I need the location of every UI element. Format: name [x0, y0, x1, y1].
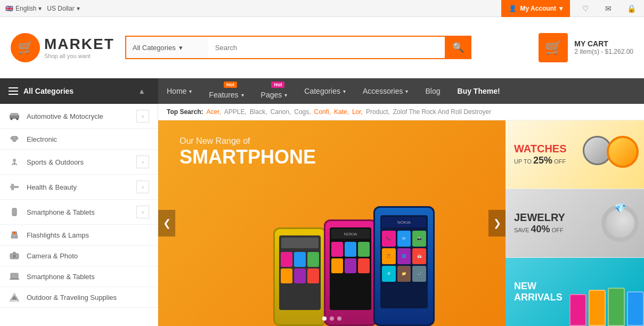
- language-label: English: [15, 5, 36, 12]
- automotive-icon: [9, 112, 20, 120]
- header: 🛒 MARKET Shop all you want All Categorie…: [0, 17, 644, 78]
- search-icon: 🔍: [452, 42, 464, 53]
- wishlist-icon[interactable]: ♡: [578, 1, 593, 16]
- svg-rect-5: [13, 141, 16, 142]
- jewelry-title: JEWELRY: [514, 211, 565, 224]
- slider-dot-2[interactable]: [330, 316, 334, 321]
- arrivals-phones: [569, 288, 644, 326]
- sidebar-item-outdoor[interactable]: Outdoor & Traveling Supplies: [0, 287, 158, 308]
- my-account-button[interactable]: 👤 My Account ▾: [501, 0, 570, 17]
- search-tag-cogs[interactable]: Cogs,: [294, 108, 311, 116]
- sidebar-item-automotive[interactable]: Automotive & Motocrycle ›: [0, 104, 158, 129]
- sidebar-item-health[interactable]: Health & Beauty ›: [0, 175, 158, 200]
- arrivals-subtitle: ARRIVALS: [514, 292, 563, 303]
- watches-subtitle: UP TO 25% OFF: [514, 155, 567, 166]
- search-button[interactable]: 🔍: [445, 36, 471, 59]
- all-categories-nav-button[interactable]: All Categories ▲: [0, 78, 158, 104]
- sidebar-item-electronic[interactable]: Electronic: [0, 129, 158, 150]
- nav-item-categories[interactable]: Categories ▾: [296, 78, 354, 104]
- sidebar-item-sports[interactable]: Sports & Outdoors ›: [0, 150, 158, 175]
- lock-icon[interactable]: 🔒: [624, 1, 639, 16]
- top-search-bar: Top Search: Acer, APPLE, Black, Canon, C…: [158, 104, 644, 120]
- search-tag-acer[interactable]: Acer,: [206, 108, 221, 116]
- sidebar-smartphones-label: Smartphone & Tablets: [27, 208, 130, 216]
- category-dropdown[interactable]: All Categories ▾: [125, 36, 208, 59]
- main-content: Top Search: Acer, APPLE, Black, Canon, C…: [158, 104, 644, 326]
- chevron-down-icon: ▾: [77, 5, 80, 12]
- search-tag-apple[interactable]: APPLE,: [224, 108, 247, 116]
- electronic-icon: [9, 135, 20, 143]
- nav-item-features[interactable]: Hot Features ▾: [200, 78, 252, 104]
- svg-rect-4: [12, 136, 17, 140]
- sidebar: Automotive & Motocrycle › Electronic Spo…: [0, 104, 158, 326]
- language-selector[interactable]: 🇬🇧 English ▾: [5, 5, 42, 12]
- phone-pink: NOKIA: [324, 219, 377, 326]
- cart-title: MY CART: [574, 39, 633, 48]
- sidebar-outdoor-label: Outdoor & Traveling Supplies: [27, 294, 149, 301]
- sidebar-item-smartphones[interactable]: Smartphone & Tablets ›: [0, 200, 158, 225]
- nav-item-buy-theme[interactable]: Buy Theme!: [449, 78, 509, 104]
- slider-prev-button[interactable]: ❮: [158, 210, 175, 237]
- phone-blue-screen: NOKIA 📞 ✉ 📷 🎵 🌐 📅 ⚙ 📁 🔊: [380, 215, 428, 308]
- side-banner-watches[interactable]: WATCHES UP TO 25% OFF: [506, 120, 644, 189]
- hero-slider: Our New Range of SMARTPHONE: [158, 120, 506, 326]
- search-tag-zolof[interactable]: Zolof The Rock And Roll Destroyer: [393, 108, 492, 116]
- search-tag-lor[interactable]: Lor,: [352, 108, 363, 116]
- sidebar-arrow-smartphones: ›: [136, 206, 149, 218]
- nav-item-blog[interactable]: Blog: [417, 78, 449, 104]
- messages-icon[interactable]: ✉: [601, 1, 616, 16]
- slider-dots: [322, 316, 341, 321]
- search-tag-canon[interactable]: Canon,: [271, 108, 291, 116]
- sidebar-item-laptop[interactable]: Smartphone & Tablets: [0, 266, 158, 287]
- cart-details: 2 item(s) - $1,262.00: [574, 48, 633, 55]
- sidebar-arrow-sports: ›: [136, 156, 149, 168]
- search-tag-black[interactable]: Black,: [250, 108, 267, 116]
- nav-pages-label: Pages: [261, 91, 282, 99]
- chevron-down-icon: ▾: [343, 88, 346, 94]
- flashlight-icon: [9, 231, 20, 239]
- laptop-icon: [9, 272, 20, 281]
- nav-blog-label: Blog: [425, 87, 440, 95]
- chevron-down-icon: ▾: [179, 44, 183, 52]
- user-icon: 👤: [509, 5, 517, 12]
- svg-point-3: [17, 118, 19, 120]
- arrivals-phone-3: [608, 288, 625, 326]
- arrivals-phone-4: [627, 291, 644, 326]
- logo-name: MARKET: [44, 36, 115, 53]
- phone-yellow: [273, 227, 327, 326]
- slider-dot-3[interactable]: [337, 316, 341, 321]
- nav-item-home[interactable]: Home ▾: [158, 78, 200, 104]
- search-tag-kate[interactable]: Kate,: [334, 108, 349, 116]
- chevron-up-icon: ▲: [134, 87, 150, 95]
- slider-dot-1[interactable]: [322, 316, 327, 321]
- category-label: All Categories: [133, 44, 176, 52]
- svg-rect-17: [11, 273, 18, 279]
- hot-badge-pink: Hot: [271, 82, 284, 88]
- search-input[interactable]: [208, 36, 445, 59]
- search-tag-product[interactable]: Product,: [366, 108, 390, 116]
- search-tag-confi[interactable]: Confi,: [314, 108, 331, 116]
- top-bar-left: 🇬🇧 English ▾ US Dollar ▾: [5, 5, 80, 12]
- nav-features-label: Features: [209, 91, 238, 99]
- sports-icon: [9, 158, 20, 166]
- svg-rect-18: [10, 279, 19, 280]
- sidebar-sports-label: Sports & Outdoors: [27, 158, 130, 166]
- watches-title: WATCHES: [514, 143, 567, 155]
- cart-section[interactable]: 🛒 MY CART 2 item(s) - $1,262.00: [539, 33, 633, 62]
- logo[interactable]: 🛒 MARKET Shop all you want: [11, 33, 115, 62]
- nav-item-accessories[interactable]: Accessories ▾: [354, 78, 417, 104]
- sidebar-item-camera[interactable]: Camera & Photo: [0, 246, 158, 266]
- sidebar-item-flashlights[interactable]: Flashlights & Lamps: [0, 225, 158, 246]
- chevron-down-icon: ▾: [284, 92, 287, 98]
- side-banner-jewelry[interactable]: JEWELRY SAVE 40% OFF 💎: [506, 189, 644, 258]
- side-banner-arrivals[interactable]: NEW ARRIVALS: [506, 258, 644, 326]
- logo-sub: Shop all you want: [44, 53, 115, 59]
- jewelry-content: JEWELRY SAVE 40% OFF: [514, 211, 565, 235]
- svg-point-11: [14, 214, 15, 215]
- nav-item-pages[interactable]: Hot Pages ▾: [252, 78, 296, 104]
- slider-next-button[interactable]: ❯: [488, 210, 506, 237]
- watches-image: [577, 133, 641, 176]
- logo-text: MARKET Shop all you want: [44, 36, 115, 59]
- currency-selector[interactable]: US Dollar ▾: [47, 5, 79, 12]
- jewelry-subtitle: SAVE 40% OFF: [514, 224, 565, 235]
